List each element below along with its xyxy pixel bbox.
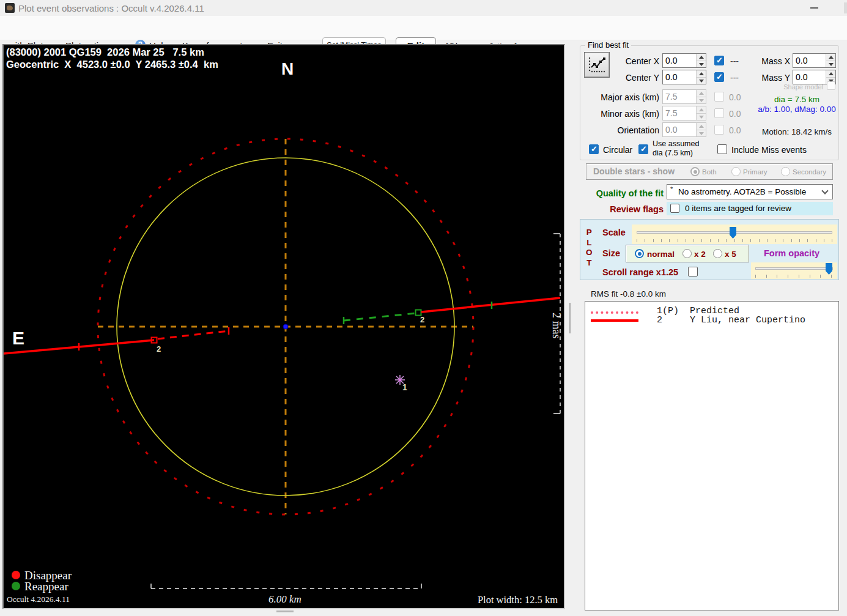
fit-chart-icon xyxy=(585,53,609,77)
form-opacity-track[interactable] xyxy=(755,267,833,270)
mass-x-up[interactable] xyxy=(826,54,835,61)
minor-axis-up xyxy=(697,106,706,113)
double-stars-secondary-radio xyxy=(781,167,790,176)
observation-row-2-id[interactable]: 2 xyxy=(657,315,662,325)
use-assumed-checkbox[interactable] xyxy=(638,144,648,154)
center-y-checkbox[interactable] xyxy=(714,72,724,82)
window-edge-button[interactable] xyxy=(844,2,847,13)
plot-svg: 2 2 1 (83000) 2001 QG159 2026 Mar 25 xyxy=(4,45,564,608)
plot-version-label: Occult 4.2026.4.11 xyxy=(7,595,70,604)
plot-vertical-label: P L O T xyxy=(586,228,593,268)
observations-listbox[interactable]: 1(P) Predicted 2 Y Liu, near Cupertino xyxy=(585,301,839,610)
include-miss-label: Include Miss events xyxy=(731,145,807,155)
form-opacity-slider[interactable] xyxy=(751,262,837,279)
mass-x-value[interactable]: 0.0 xyxy=(793,54,826,67)
mass-y-value[interactable]: 0.0 xyxy=(793,70,826,84)
plot-letter-l: L xyxy=(586,238,593,248)
chord-observed-right xyxy=(421,298,560,312)
major-axis-zero: 0.0 xyxy=(729,92,741,102)
station2-label-left: 2 xyxy=(157,344,161,354)
scroll-range-label: Scroll range x1.25 xyxy=(602,267,678,277)
quality-combobox[interactable]: * No astrometry. AOTA2B = Possible xyxy=(667,184,833,199)
double-stars-panel: Double stars - show Both Primary Seconda… xyxy=(586,163,833,180)
minimize-icon[interactable] xyxy=(810,7,818,9)
circular-checkbox[interactable] xyxy=(589,144,599,154)
chevron-down-icon xyxy=(821,187,828,194)
app-icon xyxy=(5,3,15,13)
mass-y-label: Mass Y xyxy=(758,73,790,83)
double-stars-label: Double stars - show xyxy=(593,166,675,176)
resize-grip[interactable] xyxy=(276,610,294,612)
double-stars-secondary-label: Secondary xyxy=(793,168,826,176)
mas-label: 2 mas xyxy=(550,313,563,339)
center-x-up[interactable] xyxy=(697,54,706,61)
center-x-dash: --- xyxy=(730,56,739,66)
double-stars-primary-radio xyxy=(731,167,741,176)
predicted-line-swatch xyxy=(591,311,638,314)
minor-axis-spinbox: 7.5 xyxy=(662,106,706,121)
plot-title-line2: Geocentric X 4523.0 ±0.0 Y 2465.3 ±0.4 k… xyxy=(6,59,218,70)
review-flags-box: 0 items are tagged for review xyxy=(667,202,833,215)
use-assumed-line2: dia (7.5 km) xyxy=(653,149,699,158)
minor-axis-zero: 0.0 xyxy=(729,109,741,119)
east-label: E xyxy=(12,328,24,348)
dia-text: dia = 7.5 km xyxy=(758,95,835,104)
center-y-spinbox[interactable]: 0.0 xyxy=(662,70,706,84)
find-best-fit-button[interactable] xyxy=(584,52,610,78)
scale-bar-label: 6.00 km xyxy=(268,593,301,605)
size-normal-label: normal xyxy=(647,250,675,259)
major-axis-up xyxy=(697,90,706,97)
plot-width-label: Plot width: 12.5 km xyxy=(478,594,558,606)
plot-letter-t: T xyxy=(586,258,593,269)
center-y-down[interactable] xyxy=(697,77,706,84)
center-x-down[interactable] xyxy=(697,61,706,68)
mass-y-up[interactable] xyxy=(826,70,835,77)
size-label: Size xyxy=(602,248,620,258)
center-y-up[interactable] xyxy=(697,70,706,77)
center-x-checkbox[interactable] xyxy=(714,56,724,65)
size-x5-radio[interactable] xyxy=(713,249,722,258)
major-axis-spinbox: 7.5 xyxy=(662,89,706,104)
scroll-range-checkbox[interactable] xyxy=(688,267,698,276)
splitter-handle[interactable] xyxy=(569,303,571,333)
minor-axis-checkbox xyxy=(714,108,724,118)
plot-title-line1: (83000) 2001 QG159 2026 Mar 25 7.5 km xyxy=(6,46,204,58)
orientation-spinbox: 0.0 xyxy=(662,122,706,137)
review-flags-text: 0 items are tagged for review xyxy=(685,204,791,213)
station2-label-right: 2 xyxy=(420,315,424,324)
center-x-value[interactable]: 0.0 xyxy=(663,54,696,67)
scale-label: Scale xyxy=(602,228,626,237)
observed-line-swatch xyxy=(591,319,638,322)
size-x2-radio[interactable] xyxy=(682,249,692,258)
scale-slider-thumb[interactable] xyxy=(730,227,736,239)
mass-x-spinbox[interactable]: 0.0 xyxy=(793,53,836,68)
quality-value: No astrometry. AOTA2B = Possible xyxy=(667,185,818,199)
rms-fit-label: RMS fit -0.8 ±0.0 km xyxy=(591,289,666,299)
size-normal-radio[interactable] xyxy=(635,249,644,258)
center-y-label: Center Y xyxy=(612,73,659,83)
review-flags-checkbox[interactable] xyxy=(670,204,679,213)
scale-slider-ticks xyxy=(637,239,832,242)
scale-slider[interactable] xyxy=(632,225,837,244)
size-radio-group: normal x 2 x 5 xyxy=(626,245,749,262)
orientation-down xyxy=(697,130,706,137)
double-stars-both-radio xyxy=(690,167,700,176)
center-y-value[interactable]: 0.0 xyxy=(663,70,696,84)
include-miss-checkbox[interactable] xyxy=(717,144,727,154)
review-flags-label: Review flags xyxy=(584,204,664,214)
observation-row-2-name[interactable]: Y Liu, near Cupertino xyxy=(690,315,805,325)
plot-canvas[interactable]: 2 2 1 (83000) 2001 QG159 2026 Mar 25 xyxy=(2,44,565,609)
minor-axis-value: 7.5 xyxy=(663,106,696,120)
form-opacity-label: Form opacity xyxy=(764,248,819,258)
center-x-spinbox[interactable]: 0.0 xyxy=(662,53,706,68)
disappear-dot xyxy=(12,571,20,579)
plot-letter-p: P xyxy=(586,228,593,238)
form-opacity-thumb[interactable] xyxy=(826,263,832,275)
shift-segment-red xyxy=(158,331,229,339)
mass-x-down[interactable] xyxy=(826,61,835,68)
menu-bar: with Plot... Plot options... ? Help Keep… xyxy=(0,16,847,40)
quality-dropdown-button[interactable] xyxy=(818,185,832,199)
form-opacity-ticks xyxy=(755,275,833,278)
center-x-label: Center X xyxy=(612,56,659,66)
minor-axis-label: Minor axis (km) xyxy=(599,109,659,119)
